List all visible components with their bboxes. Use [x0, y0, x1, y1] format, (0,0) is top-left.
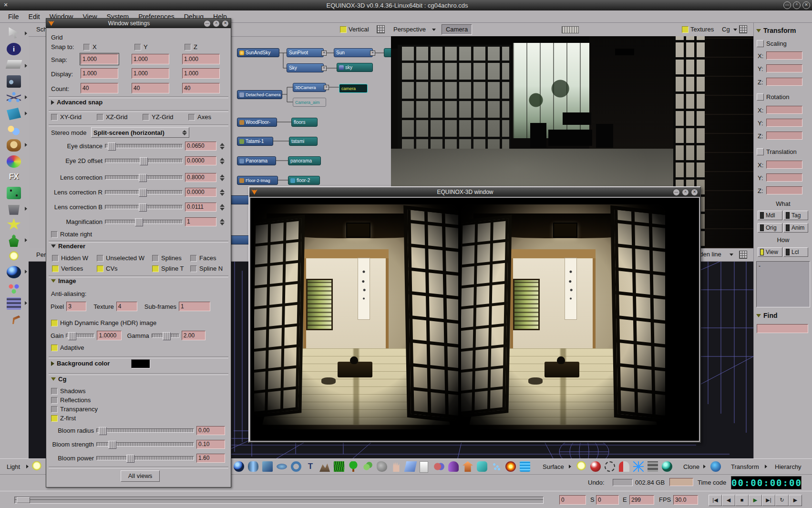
scaling-icon[interactable] — [757, 40, 764, 47]
grass-primitive-icon[interactable] — [334, 461, 344, 472]
background-color-swatch[interactable] — [131, 359, 150, 368]
layout-grid-icon[interactable] — [377, 25, 385, 33]
snap-z-checkbox[interactable]: Z — [185, 43, 197, 51]
view-button[interactable]: View — [758, 247, 782, 257]
node-item[interactable]: Floor-2-Imag — [237, 176, 278, 185]
light-tool-icon[interactable] — [7, 251, 21, 263]
hdr-checkbox[interactable]: High Dynamic Range (HDR) image — [51, 319, 156, 326]
page-primitive-icon[interactable] — [420, 461, 428, 473]
magnet-icon[interactable] — [619, 461, 629, 472]
find-section[interactable]: Find — [756, 312, 778, 319]
lcl-button[interactable]: Lcl — [783, 247, 808, 257]
minimize-icon[interactable]: — — [783, 1, 791, 9]
window-menu-icon[interactable]: ✕ — [2, 2, 9, 9]
particles-primitive-icon[interactable] — [491, 461, 502, 472]
snap-y-field[interactable]: 1.000 — [132, 54, 169, 64]
bloom-strength-field[interactable]: 0.10 — [196, 440, 225, 449]
disc-primitive-icon[interactable] — [277, 464, 287, 469]
node-item[interactable]: floors — [291, 118, 318, 127]
eye-offset-field[interactable]: 0.0000 — [185, 156, 216, 165]
scaling-z-field[interactable] — [766, 78, 802, 86]
physics-tool-icon[interactable] — [7, 282, 21, 295]
globe-icon[interactable] — [710, 461, 721, 472]
xz-grid-checkbox[interactable]: XZ-Grid — [97, 113, 128, 121]
lens-correction-b-slider[interactable] — [105, 205, 183, 209]
dialog-minimize-icon[interactable]: — — [204, 20, 211, 27]
node-item[interactable]: WoodFloor- — [237, 118, 277, 127]
bevel-primitive-icon[interactable] — [477, 461, 487, 472]
orb-icon[interactable] — [662, 461, 672, 472]
robot-arm-tool-icon[interactable] — [7, 314, 21, 326]
render-window-maximize-icon[interactable]: ˄ — [682, 189, 689, 196]
spheres-tool-icon[interactable] — [7, 124, 21, 136]
boolean-primitive-icon[interactable] — [434, 461, 444, 472]
stereo-mode-dropdown[interactable]: Split-screen (horizontal) — [91, 127, 189, 138]
display-z-field[interactable]: 1.000 — [182, 68, 220, 79]
bloom-radius-field[interactable]: 0.00 — [196, 426, 225, 435]
skeleton-tool-icon[interactable] — [7, 91, 21, 104]
current-frame-field[interactable]: 0 — [559, 495, 586, 505]
render-tool-icon[interactable] — [7, 266, 21, 278]
rotation-y-field[interactable] — [766, 119, 802, 127]
surface-menu-arrow[interactable] — [569, 465, 571, 468]
materials-tool-icon[interactable] — [7, 187, 21, 199]
eye-offset-slider[interactable] — [105, 159, 183, 163]
plant-primitive-icon[interactable] — [362, 461, 373, 472]
transform-menu-arrow[interactable] — [765, 465, 767, 468]
lightbulb-icon[interactable] — [31, 461, 42, 472]
hand-primitive-icon[interactable] — [391, 461, 401, 472]
cg-dropdown-arrow[interactable] — [733, 29, 737, 31]
close-icon[interactable]: ✕ — [802, 1, 810, 9]
delete-tool-submenu-arrow[interactable] — [25, 207, 27, 211]
render-window-titlebar[interactable]: EQUINOX-3D window — ˄ ✕ — [249, 187, 700, 197]
lens-correction-field[interactable]: 0.8000 — [185, 173, 216, 182]
snap-x-field[interactable]: 1.000 — [81, 54, 118, 64]
deform-tool-icon[interactable] — [7, 108, 21, 120]
extrude-primitive-icon[interactable] — [463, 461, 473, 472]
camera-tool-icon[interactable] — [7, 75, 21, 88]
water-primitive-icon[interactable] — [520, 461, 530, 472]
render-window-close-icon[interactable]: ✕ — [691, 189, 698, 196]
maximize-icon[interactable]: ＾ — [793, 1, 801, 9]
node-item[interactable]: sky — [337, 63, 373, 72]
selection-list[interactable]: - — [756, 261, 810, 307]
modeler-tool-icon[interactable] — [7, 139, 21, 152]
cube-primitive-icon[interactable] — [262, 461, 273, 472]
node-item[interactable]: Camera_aim — [293, 98, 326, 107]
node-item[interactable]: SunAndSky — [237, 48, 279, 57]
frame-scrollbar-handle[interactable] — [17, 497, 30, 503]
gamma-slider[interactable] — [152, 334, 179, 338]
play-button[interactable]: ▶ — [749, 495, 762, 506]
image-section[interactable]: Image — [51, 277, 76, 284]
snap-y-checkbox[interactable]: Y — [134, 43, 148, 51]
background-color-section[interactable]: Background color — [51, 360, 110, 367]
texture-field[interactable]: 4 — [116, 302, 137, 311]
goto-end-button[interactable]: ▶| — [762, 495, 775, 506]
select-tool-icon[interactable] — [7, 27, 21, 39]
lens-correction-r-field[interactable]: 0.0000 — [185, 188, 216, 197]
render-window-minimize-icon[interactable]: — — [673, 189, 680, 196]
scaling-y-field[interactable] — [766, 64, 802, 72]
node-item[interactable] — [384, 48, 391, 57]
plane-tool-submenu-arrow[interactable] — [25, 64, 27, 68]
lens-correction-b-spinner[interactable] — [220, 204, 225, 211]
end-frame-field[interactable]: 299 — [629, 495, 654, 505]
node-item[interactable]: Sky — [287, 63, 324, 72]
xy-grid-checkbox[interactable]: XY-Grid — [51, 113, 82, 121]
deform-tool-submenu-arrow[interactable] — [25, 112, 27, 115]
frame-scrollbar[interactable] — [14, 497, 544, 504]
expand-node-icon[interactable] — [324, 85, 329, 90]
tree-primitive-icon[interactable] — [348, 461, 359, 472]
node-item[interactable]: floor-2 — [288, 176, 320, 185]
all-views-button[interactable]: All views — [121, 470, 160, 482]
mdl-button[interactable]: Mdl — [758, 211, 782, 220]
dialog-titlebar[interactable]: Window settings — ˄ ✕ — [46, 19, 231, 28]
sphere-primitive-icon[interactable] — [234, 461, 244, 472]
expand-node-icon[interactable] — [321, 51, 327, 56]
display-x-field[interactable]: 1.000 — [81, 68, 118, 79]
clone-menu[interactable]: Clone — [683, 463, 699, 470]
shadows-checkbox[interactable]: Shadows — [51, 387, 85, 395]
axes-checkbox[interactable]: Axes — [188, 113, 211, 121]
cylinder-primitive-icon[interactable] — [248, 461, 258, 472]
translation-icon[interactable] — [757, 148, 764, 155]
